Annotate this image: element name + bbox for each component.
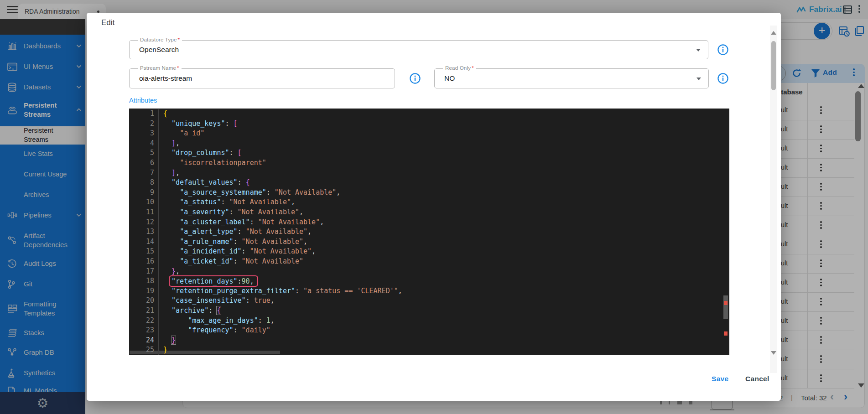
line-number: 17	[129, 267, 154, 277]
editor-line-22: 22 "max_age_in_days": 1,	[129, 316, 729, 326]
save-button[interactable]: Save	[712, 375, 728, 383]
pstream-name-value: oia-alerts-stream	[139, 74, 192, 83]
editor-line-6: 6 "iscorrelationparent"	[129, 159, 729, 169]
modal-scroll-up-icon[interactable]	[771, 31, 776, 35]
editor-line-9: 9 "a_source_systemname": "Not Available"…	[129, 188, 729, 198]
required-asterisk: *	[472, 65, 474, 71]
line-number: 18	[129, 277, 154, 287]
editor-line-20: 20 "case_insensitive": true,	[129, 296, 729, 306]
read-only-select[interactable]: Read Only* NO	[434, 68, 709, 88]
line-number: 3	[129, 129, 154, 139]
editor-line-21: 21 "archive": {	[129, 306, 729, 316]
highlighted-code: "retention_days":90,	[170, 276, 257, 286]
line-number: 11	[129, 208, 154, 218]
datastore-type-select[interactable]: Datastore Type* OpenSearch	[129, 40, 708, 59]
editor-line-17: 17 },	[129, 267, 729, 277]
editor-line-25: 25}	[129, 346, 729, 355]
editor-line-4: 4 ],	[129, 139, 729, 149]
line-number: 10	[129, 198, 154, 208]
line-number: 15	[129, 247, 154, 257]
dropdown-caret-icon	[696, 49, 701, 52]
editor-line-8: 8 "default_values": {	[129, 178, 729, 188]
editor-line-13: 13 "a_alert_type": "Not Available",	[129, 228, 729, 238]
editor-line-19: 19 "retention_purge_extra_filter": "a st…	[129, 287, 729, 297]
editor-line-10: 10 "a_status": "Not Available",	[129, 198, 729, 208]
line-number: 25	[129, 346, 154, 355]
line-number: 7	[129, 169, 154, 179]
pstream-name-input[interactable]: Pstream Name* oia-alerts-stream	[129, 68, 395, 88]
line-number: 20	[129, 296, 154, 306]
modal-scrollbar-thumb[interactable]	[771, 41, 776, 90]
editor-line-5: 5 "drop_columns": [	[129, 149, 729, 159]
editor-line-11: 11 "a_severity": "Not Available",	[129, 208, 729, 218]
dialog-title: Edit	[101, 18, 114, 27]
datastore-type-value: OpenSearch	[139, 46, 179, 54]
line-number: 6	[129, 159, 154, 169]
datastore-type-label: Datastore Type	[140, 37, 177, 42]
edit-dialog: Edit Datastore Type* OpenSearch Pstream …	[87, 13, 781, 401]
editor-line-18: 18 "retention_days":90,	[129, 277, 729, 287]
editor-line-14: 14 "a_rule_name": "Not Available",	[129, 238, 729, 248]
attributes-code-editor[interactable]: 1{2 "unique_keys": [3 "a_id"4 ],5 "drop_…	[129, 109, 729, 355]
line-number: 4	[129, 139, 154, 149]
line-number: 21	[129, 306, 154, 316]
cancel-button[interactable]: Cancel	[745, 375, 769, 383]
read-only-info-icon[interactable]	[717, 72, 729, 84]
editor-line-7: 7 ],	[129, 169, 729, 179]
line-number: 19	[129, 287, 154, 297]
line-number: 2	[129, 119, 154, 129]
required-asterisk: *	[177, 65, 179, 71]
line-number: 12	[129, 218, 154, 228]
screen: RDA Administration Fabrix.ai DashboardsU…	[0, 0, 868, 414]
line-number: 22	[129, 316, 154, 326]
line-number: 8	[129, 178, 154, 188]
line-number: 23	[129, 326, 154, 336]
pstream-name-info-icon[interactable]	[409, 72, 421, 84]
line-number: 13	[129, 228, 154, 238]
editor-line-2: 2 "unique_keys": [	[129, 119, 729, 129]
dropdown-caret-icon	[696, 78, 701, 80]
line-number: 5	[129, 149, 154, 159]
line-number: 9	[129, 188, 154, 198]
modal-scroll-down-icon[interactable]	[771, 351, 776, 355]
datastore-type-info-icon[interactable]	[717, 44, 729, 56]
line-number: 14	[129, 238, 154, 248]
line-number: 24	[129, 336, 154, 346]
line-number: 1	[129, 109, 154, 119]
read-only-label: Read Only	[445, 65, 471, 71]
required-asterisk: *	[178, 37, 180, 42]
line-number: 16	[129, 257, 154, 267]
editor-line-1: 1{	[129, 109, 729, 119]
editor-line-24: 24 }	[129, 336, 729, 346]
editor-line-23: 23 "frequency": "daily"	[129, 326, 729, 336]
read-only-value: NO	[444, 74, 455, 83]
editor-line-16: 16 "a_ticket_id": "Not Available"	[129, 257, 729, 267]
pstream-name-label: Pstream Name	[140, 65, 176, 71]
editor-line-12: 12 "a_cluster_label": "Not Available",	[129, 218, 729, 228]
editor-line-3: 3 "a_id"	[129, 129, 729, 139]
attributes-link[interactable]: Attributes	[129, 97, 157, 104]
editor-line-15: 15 "a_incident_id": "Not Available",	[129, 247, 729, 257]
